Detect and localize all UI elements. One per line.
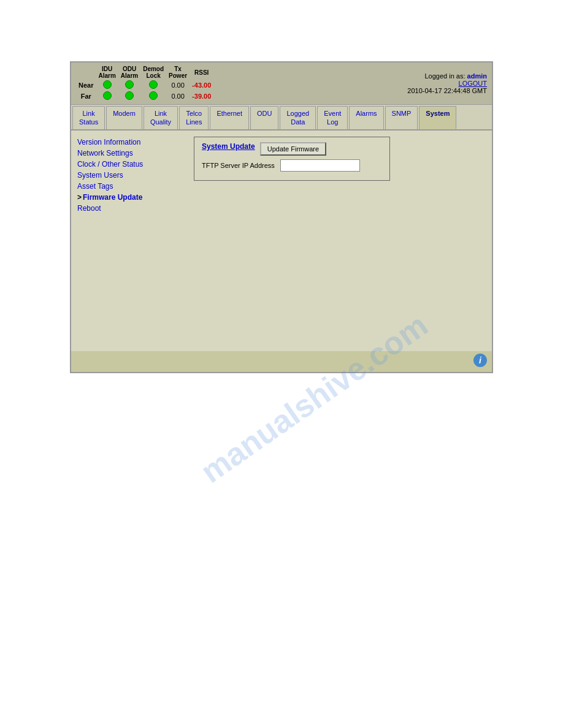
admin-name: admin bbox=[467, 72, 487, 80]
tab-event-log[interactable]: EventLog bbox=[317, 106, 348, 129]
tab-snmp[interactable]: SNMP bbox=[385, 106, 418, 129]
timestamp: 2010-04-17 22:44:48 GMT bbox=[407, 87, 487, 94]
sidebar-item-clock-status[interactable]: Clock / Other Status bbox=[77, 159, 182, 170]
status-table: IDUAlarm ODUAlarm DemodLock TxPower RSSI… bbox=[76, 65, 213, 102]
row-label-near: Near bbox=[76, 80, 96, 91]
far-idu-alarm-indicator bbox=[103, 91, 112, 100]
col-header-idu: IDUAlarm bbox=[96, 65, 118, 80]
sidebar-item-system-users[interactable]: System Users bbox=[77, 170, 182, 181]
tab-logged-data[interactable]: LoggedData bbox=[280, 106, 316, 129]
tab-modem[interactable]: Modem bbox=[106, 106, 142, 129]
sidebar-item-version-info[interactable]: Version Information bbox=[77, 137, 182, 148]
col-header-tx: TxPower bbox=[166, 65, 190, 80]
tab-odu[interactable]: ODU bbox=[250, 106, 278, 129]
row-label-far: Far bbox=[76, 91, 96, 102]
main-container: IDUAlarm ODUAlarm DemodLock TxPower RSSI… bbox=[70, 61, 493, 373]
header-bar: IDUAlarm ODUAlarm DemodLock TxPower RSSI… bbox=[71, 63, 492, 105]
sidebar: Version Information Network Settings Clo… bbox=[77, 137, 188, 345]
content-area: Version Information Network Settings Clo… bbox=[71, 131, 492, 351]
near-idu-alarm-indicator bbox=[103, 80, 112, 89]
far-demod-lock-indicator bbox=[149, 91, 158, 100]
main-panel: System Update Update Firmware TFTP Serve… bbox=[188, 137, 486, 345]
far-tx-power: 0.00 bbox=[166, 91, 190, 102]
col-header-rssi: RSSI bbox=[190, 65, 213, 80]
sidebar-active-row-firmware: > Firmware Update bbox=[77, 192, 182, 203]
nav-tabs: LinkStatus Modem LinkQuality TelcoLines … bbox=[71, 105, 492, 131]
section-box: System Update Update Firmware TFTP Serve… bbox=[194, 137, 390, 181]
near-demod-lock-indicator bbox=[149, 80, 158, 89]
logged-in-label: Logged in as: admin bbox=[424, 72, 487, 80]
far-odu-alarm-indicator bbox=[125, 91, 134, 100]
info-icon[interactable]: i bbox=[473, 354, 487, 367]
near-odu-alarm-indicator bbox=[125, 80, 134, 89]
sidebar-item-reboot[interactable]: Reboot bbox=[77, 203, 182, 214]
info-icon-wrapper: i bbox=[71, 351, 492, 372]
sidebar-arrow-icon: > bbox=[77, 193, 82, 202]
section-title-row: System Update Update Firmware bbox=[202, 142, 382, 156]
sidebar-item-firmware-update[interactable]: Firmware Update bbox=[83, 192, 142, 203]
tab-telco-lines[interactable]: TelcoLines bbox=[179, 106, 209, 129]
tab-link-quality[interactable]: LinkQuality bbox=[144, 106, 178, 129]
col-header-odu: ODUAlarm bbox=[118, 65, 140, 80]
tab-system[interactable]: System bbox=[419, 106, 456, 129]
near-tx-power: 0.00 bbox=[166, 80, 190, 91]
far-rssi: -39.00 bbox=[190, 91, 213, 102]
tftp-row: TFTP Server IP Address bbox=[202, 159, 382, 172]
tftp-label: TFTP Server IP Address bbox=[202, 162, 275, 169]
login-info: Logged in as: admin LOGOUT 2010-04-17 22… bbox=[407, 72, 487, 94]
tab-ethernet[interactable]: Ethernet bbox=[210, 106, 249, 129]
tab-alarms[interactable]: Alarms bbox=[349, 106, 383, 129]
logout-button[interactable]: LOGOUT bbox=[407, 80, 487, 87]
sidebar-item-asset-tags[interactable]: Asset Tags bbox=[77, 181, 182, 192]
near-rssi: -43.00 bbox=[190, 80, 213, 91]
update-firmware-button[interactable]: Update Firmware bbox=[260, 142, 326, 156]
col-header-demod: DemodLock bbox=[140, 65, 166, 80]
section-title[interactable]: System Update bbox=[202, 142, 255, 151]
tftp-input[interactable] bbox=[280, 159, 360, 172]
sidebar-item-network-settings[interactable]: Network Settings bbox=[77, 148, 182, 159]
tab-link-status[interactable]: LinkStatus bbox=[72, 106, 105, 129]
